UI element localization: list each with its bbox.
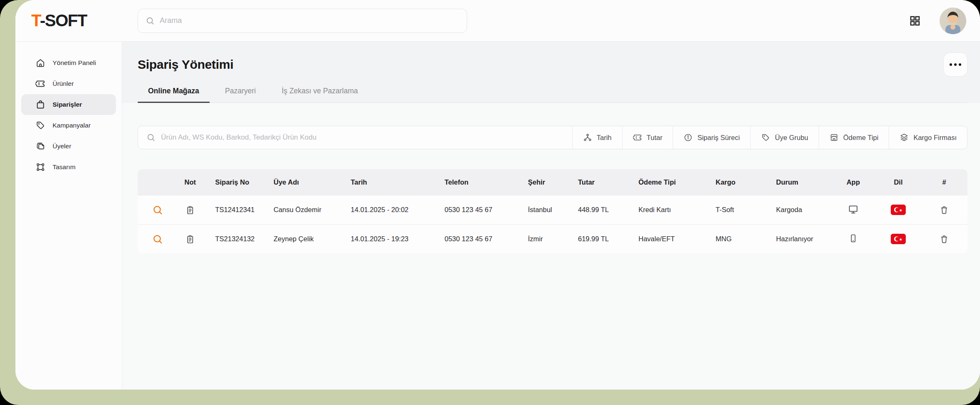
ellipsis-icon [950,63,952,66]
tag-icon [761,133,770,142]
col-actions: # [921,169,967,195]
col-telefon: Telefon [432,169,516,195]
cell-status: Hazırlanıyor [764,224,831,253]
sidebar-item-label: Tasarım [53,163,75,171]
filter-kargo-firmasi-button[interactable]: Kargo Firması [889,126,967,149]
table-row: TS21324132 Zeynep Çelik 14.01.2025 - 19:… [138,224,967,253]
global-search-input[interactable] [160,16,459,25]
topbar: T-SOFT [15,0,980,42]
col-view [138,169,177,195]
global-search[interactable] [138,9,467,33]
avatar-image [940,8,966,34]
apps-grid-button[interactable] [909,15,921,27]
col-tarih: Tarih [339,169,432,195]
tab-online-magaza[interactable]: Online Mağaza [138,87,210,102]
more-options-button[interactable] [943,52,967,77]
cell-name: Zeynep Çelik [261,224,339,253]
cell-status: Kargoda [764,195,831,224]
sidebar-item-uyeler[interactable]: Üyeler [21,136,116,157]
trash-icon [939,234,949,244]
sidebar-item-label: Siparişler [53,101,82,108]
filter-uye-grubu-button[interactable]: Üye Grubu [750,126,819,149]
cell-city: İzmir [516,224,566,253]
cell-city: İstanbul [516,195,566,224]
note-button[interactable] [185,205,195,215]
sidebar-item-siparisler[interactable]: Siparişler [21,94,116,115]
shopping-bag-icon [35,100,45,110]
turkish-flag-icon [891,234,906,244]
view-order-button[interactable] [152,205,163,215]
delete-order-button[interactable] [939,234,949,244]
delete-order-button[interactable] [939,205,949,215]
cell-phone: 0530 123 45 67 [432,224,516,253]
cell-name: Cansu Özdemir [261,195,339,224]
cell-amount: 448.99 TL [566,195,626,224]
note-button[interactable] [185,234,195,244]
sidebar-item-urunler[interactable]: Ürünler [21,73,116,94]
filter-tarih-button[interactable]: Tarih [572,126,622,149]
tab-bar: Online Mağaza Pazaryeri İş Zekası ve Paz… [138,87,967,103]
order-search-input[interactable] [161,133,572,142]
grid-icon [909,15,921,27]
trash-icon [939,205,949,215]
cell-cargo: MNG [704,224,764,253]
app-logo: T-SOFT [31,11,122,30]
user-avatar[interactable] [940,8,966,34]
ticket-icon [633,133,642,142]
filter-tutar-button[interactable]: Tutar [622,126,673,149]
col-sehir: Şehir [516,169,566,195]
vector-frame-icon [35,162,45,172]
copy-pages-icon [35,141,45,151]
sidebar-item-label: Ürünler [53,80,74,88]
home-icon [35,58,45,68]
turkish-flag-icon [891,205,906,215]
sidebar-item-label: Yönetim Paneli [53,59,96,67]
sidebar-item-yonetim-paneli[interactable]: Yönetim Paneli [21,52,116,73]
cell-phone: 0530 123 45 67 [432,195,516,224]
table-header-row: Not Sipariş No Üye Adı Tarih Telefon Şeh… [138,169,967,195]
col-siparis-no: Sipariş No [203,169,261,195]
tab-pazaryeri[interactable]: Pazaryeri [215,87,266,102]
filter-odeme-tipi-button[interactable]: Ödeme Tipi [819,126,889,149]
search-icon [152,205,163,215]
mobile-icon [848,233,858,243]
tab-is-zekasi-ve-pazarlama[interactable]: İş Zekası ve Pazarlama [271,87,368,102]
layers-icon [900,133,909,142]
info-circle-icon [683,133,693,142]
cell-language [876,195,921,224]
col-app: App [831,169,876,195]
filter-bar: Tarih Tutar Sipariş Süreci Üye Grub [138,126,967,149]
sidebar-item-tasarim[interactable]: Tasarım [21,157,116,178]
cell-amount: 619.99 TL [566,224,626,253]
orders-table: Not Sipariş No Üye Adı Tarih Telefon Şeh… [138,169,967,253]
search-icon [146,16,155,25]
cell-payment: Havale/EFT [626,224,704,253]
cell-cargo: T-Soft [704,195,764,224]
col-dil: Dil [876,169,921,195]
desktop-icon [848,204,859,215]
cell-payment: Kredi Kartı [626,195,704,224]
table-row: TS12412341 Cansu Özdemir 14.01.2025 - 20… [138,195,967,224]
store-icon [829,133,839,142]
order-search[interactable] [138,126,572,149]
app-window: T-SOFT [15,0,980,390]
col-uye-adi: Üye Adı [261,169,339,195]
col-tutar: Tutar [566,169,626,195]
sidebar: Yönetim Paneli Ürünler Siparişler Kampan… [15,42,122,390]
cell-language [876,224,921,253]
search-icon [146,133,156,142]
view-order-button[interactable] [152,234,163,245]
ticket-icon [35,79,45,89]
col-kargo: Kargo [704,169,764,195]
col-durum: Durum [764,169,831,195]
cell-order-no: TS21324132 [203,224,261,253]
cell-app [831,224,876,253]
sidebar-item-kampanyalar[interactable]: Kampanyalar [21,115,116,136]
col-odeme-tipi: Ödeme Tipi [626,169,704,195]
cell-date: 14.01.2025 - 20:02 [339,195,432,224]
col-not: Not [177,169,203,195]
main-content: Sipariş Yönetimi Online Mağaza Pazaryeri… [122,42,980,390]
filter-siparis-sureci-button[interactable]: Sipariş Süreci [673,126,750,149]
page-title: Sipariş Yönetimi [138,58,234,72]
cell-app [831,195,876,224]
